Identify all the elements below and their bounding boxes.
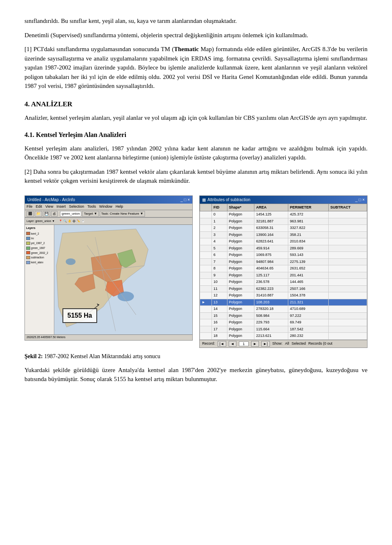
map-label-box: 5155 Ha [62, 308, 97, 323]
toc-item: kent_alanı [26, 260, 53, 265]
table-row: 16Polygon229.79369.749 [200, 319, 367, 326]
table-cell: 3 [212, 231, 227, 238]
attributes-figure: ▦ Attributes of subtraction _ □ × FID Sh… [199, 195, 368, 348]
paragraph-1: sınıflandırıldı. Bu sınıflar kent, yeşil… [24, 16, 368, 26]
attr-titlebar: ▦ Attributes of subtraction _ □ × [200, 196, 367, 204]
table-cell: Polygon [227, 245, 254, 252]
section-4-paragraph-1: Analizler, kentsel yerleşim alanları, ye… [24, 113, 368, 123]
row-indicator [200, 225, 212, 232]
row-indicator [200, 279, 212, 286]
col-header-area: AREA [254, 204, 288, 211]
toc-item: subtraction [26, 256, 53, 260]
table-row: 3Polygon13900.164358.21 [200, 231, 367, 238]
table-cell: 358.21 [288, 231, 329, 238]
row-indicator [200, 218, 212, 225]
selected-label: Selected [292, 341, 306, 347]
table-cell: 31410.887 [254, 292, 288, 299]
table-cell: 1504.378 [288, 292, 329, 299]
figure-caption-bold: Şekil 2: [24, 353, 43, 359]
row-indicator [200, 312, 212, 319]
row-indicator [200, 333, 212, 340]
table-row: 6Polygon1069.875593.143 [200, 252, 367, 259]
row-indicator [200, 252, 212, 259]
figure-caption-text: 1987-2002 Kentsel Alan Miktarındaki artı… [43, 353, 160, 359]
table-cell: 13 [212, 299, 227, 306]
svg-point-7 [66, 258, 76, 265]
row-indicator [200, 258, 212, 265]
table-cell: 14 [212, 306, 227, 313]
table-cell: 4710.689 [288, 306, 329, 313]
table-cell: Polygon [227, 333, 254, 340]
table-cell: 16 [212, 319, 227, 326]
table-cell: 5 [212, 245, 227, 252]
row-indicator [200, 306, 212, 313]
table-cell [328, 312, 367, 319]
table-row: 12Polygon31410.8871504.378 [200, 292, 367, 299]
row-indicator [200, 245, 212, 252]
table-cell [328, 252, 367, 259]
attr-window-controls[interactable]: _ □ × [355, 197, 365, 203]
arcmap-title: Untitled - ArcMap - ArcInfo [27, 197, 75, 203]
table-cell [328, 218, 367, 225]
record-last-btn[interactable]: ►| [261, 341, 270, 347]
row-indicator: ► [200, 299, 212, 306]
figure-caption-paragraph: Yukardaki şekilde görüldüğü üzere Antaly… [24, 366, 368, 384]
show-label: Show: [272, 341, 283, 347]
table-cell: 9 [212, 272, 227, 279]
toc-item: green_1987 [26, 246, 53, 250]
table-cell: Polygon [227, 312, 254, 319]
table-row: 7Polygon94807.9842275.139 [200, 258, 367, 265]
table-cell: 425.372 [288, 211, 329, 218]
table-cell [328, 211, 367, 218]
attr-statusbar: Record: |◄ ◄ ► ►| Show: All Selected Rec… [200, 340, 367, 348]
record-number-input[interactable] [239, 341, 249, 346]
record-first-btn[interactable]: |◄ [218, 341, 226, 347]
record-prev-btn[interactable]: ◄ [229, 341, 236, 347]
record-next-btn[interactable]: ► [251, 341, 259, 347]
table-row: 9Polygon125.117201.441 [200, 272, 367, 279]
table-cell: Polygon [227, 252, 254, 259]
table-cell: 2631.652 [288, 265, 329, 272]
row-indicator [200, 265, 212, 272]
col-header-fid-val: FID [212, 204, 227, 211]
table-cell: 593.143 [288, 252, 329, 259]
table-cell: 7 [212, 258, 227, 265]
table-cell: 62823.641 [254, 238, 288, 245]
table-cell [328, 231, 367, 238]
table-cell: 2507.166 [288, 285, 329, 292]
table-cell: 15 [212, 312, 227, 319]
table-row: 10Polygon236.578144.465 [200, 279, 367, 286]
table-cell: 0 [212, 211, 227, 218]
table-cell: Polygon [227, 292, 254, 299]
table-cell: Polygon [227, 231, 254, 238]
table-cell: 2 [212, 225, 227, 232]
col-header-perimeter: PERIMETER [288, 204, 329, 211]
table-cell: 459.914 [254, 245, 288, 252]
table-cell: 115.664 [254, 326, 288, 333]
table-cell: 1454.125 [254, 211, 288, 218]
figures-row: Untitled - ArcMap - ArcInfo _ □ × File E… [24, 195, 368, 348]
sub41-paragraph-1: Kentsel yerleşim alanı analizleri, 1987 … [24, 144, 368, 162]
arcmap-menubar[interactable]: File Edit View Insert Selection Tools Wi… [25, 204, 192, 211]
table-cell [328, 225, 367, 232]
table-cell: 13900.164 [254, 231, 288, 238]
arcmap-body: Layers kent_2 su yol_1987_2 green_1987 [25, 225, 192, 334]
arcmap-toc: Layers kent_2 su yol_1987_2 green_1987 [25, 225, 54, 334]
table-cell: 211.321 [288, 299, 329, 306]
col-header-fid [200, 204, 212, 211]
table-row: 17Polygon115.664187.542 [200, 326, 367, 333]
table-cell: 32181.887 [254, 218, 288, 225]
table-cell: 229.793 [254, 319, 288, 326]
table-cell: 12 [212, 292, 227, 299]
col-header-shape: Shape* [227, 204, 254, 211]
table-cell: 4 [212, 238, 227, 245]
table-row: 11Polygon62382.2232507.166 [200, 285, 367, 292]
table-cell [328, 333, 367, 340]
table-cell: 404634.65 [254, 265, 288, 272]
table-cell: Polygon [227, 306, 254, 313]
table-row: 0Polygon1454.125425.372 [200, 211, 367, 218]
table-row: 15Polygon508.98497.222 [200, 312, 367, 319]
table-cell: Polygon [227, 326, 254, 333]
table-cell: 963.981 [288, 218, 329, 225]
arcmap-window-controls[interactable]: _ □ × [180, 197, 190, 203]
